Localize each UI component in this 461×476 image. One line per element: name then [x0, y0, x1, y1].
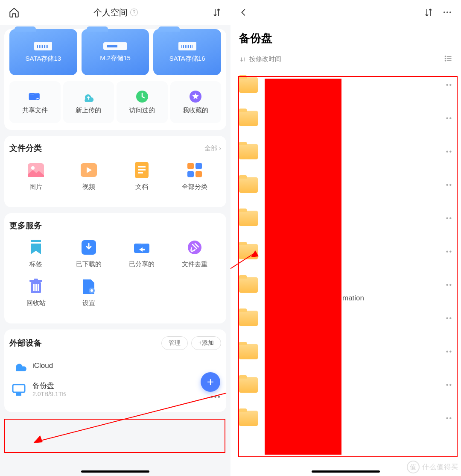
storage-card: SATA存储13 M.2存储15 SATA存储16 共享文件: [4, 29, 226, 130]
category-video[interactable]: 视频: [62, 162, 115, 191]
backup-label: 备份盘: [32, 381, 66, 391]
category-label: 全部分类: [182, 183, 207, 191]
storage-label: M.2存储15: [100, 54, 131, 62]
svg-point-32: [449, 12, 451, 13]
category-image[interactable]: 图片: [9, 162, 62, 191]
more-icon[interactable]: [442, 7, 452, 18]
grid-icon: [186, 162, 203, 179]
category-label: 图片: [29, 183, 42, 191]
row-more-icon[interactable]: ••: [446, 115, 452, 122]
sort-by-time[interactable]: 按修改时间: [239, 55, 281, 63]
svg-point-38: [445, 60, 446, 61]
title-text: 个人空间: [93, 7, 128, 18]
svg-point-30: [443, 12, 445, 13]
home-indicator: [312, 470, 380, 473]
clock-icon: [134, 90, 150, 103]
fab-add-button[interactable]: +: [201, 372, 220, 392]
quick-label: 新上传的: [76, 106, 101, 115]
image-icon: [27, 162, 44, 179]
storage-m2-15[interactable]: M.2存储15: [82, 29, 149, 75]
svg-rect-10: [187, 163, 194, 169]
quick-uploaded[interactable]: 新上传的: [63, 81, 114, 123]
folder-icon: [239, 411, 258, 426]
folder-icon: [239, 177, 258, 193]
sort-bar: 按修改时间: [230, 54, 461, 68]
row-more-icon[interactable]: ••: [446, 314, 452, 322]
home-indicator: [81, 470, 149, 473]
external-title: 外部设备: [9, 338, 42, 349]
svg-rect-8: [138, 169, 146, 170]
service-label: 已分享的: [129, 260, 155, 268]
backup-size: 2.0TB/9.1TB: [32, 391, 66, 397]
service-trash[interactable]: 回收站: [9, 278, 62, 307]
category-all[interactable]: 全部分类: [168, 162, 221, 191]
bookmark-icon: [27, 239, 44, 256]
item-more-icon[interactable]: •••: [210, 393, 221, 402]
row-more-icon[interactable]: ••: [446, 148, 452, 156]
svg-rect-7: [138, 166, 146, 167]
settings-file-icon: [80, 278, 97, 295]
broom-icon: [186, 239, 203, 256]
row-more-icon[interactable]: ••: [446, 248, 452, 256]
external-icloud[interactable]: iCloud: [9, 355, 221, 376]
home-icon[interactable]: [9, 7, 20, 18]
share-folder-icon: [133, 239, 150, 256]
row-more-icon[interactable]: ••: [446, 348, 452, 356]
service-label: 回收站: [26, 299, 46, 307]
category-doc[interactable]: 文档: [115, 162, 168, 191]
left-pane: 个人空间 ? SATA存储13 M.2存储15: [0, 0, 230, 476]
service-dedupe[interactable]: 文件去重: [168, 239, 221, 268]
external-devices-card: 外部设备 管理 +添加 iCloud 备份盘 2.0TB/9.1TB + •••: [4, 329, 226, 412]
quick-shared[interactable]: 共享文件: [9, 81, 61, 123]
cloud-icon: [11, 359, 26, 372]
row-more-icon[interactable]: ••: [446, 381, 452, 389]
service-settings[interactable]: 设置: [62, 278, 115, 307]
file-category-title: 文件分类: [9, 143, 42, 154]
svg-rect-23: [38, 284, 39, 291]
redaction-block: [265, 79, 341, 455]
svg-point-17: [188, 241, 201, 254]
folder-hand-icon: [27, 90, 43, 103]
storage-sata16[interactable]: SATA存储16: [153, 29, 221, 75]
folder-icon: [239, 277, 258, 293]
storage-label: SATA存储16: [169, 55, 205, 63]
folder-icon: [239, 144, 258, 159]
view-list-icon[interactable]: [444, 54, 452, 64]
right-title: 备份盘: [230, 25, 461, 54]
row-more-icon[interactable]: ••: [446, 281, 452, 289]
row-more-icon[interactable]: ••: [446, 214, 452, 222]
video-icon: [80, 162, 97, 179]
storage-sata13[interactable]: SATA存储13: [9, 29, 77, 75]
add-button[interactable]: +添加: [191, 336, 221, 350]
row-more-icon[interactable]: ••: [446, 81, 452, 89]
service-label: 标签: [29, 260, 42, 268]
folder-icon: [239, 211, 258, 226]
service-label: 已下载的: [76, 260, 102, 268]
manage-button[interactable]: 管理: [161, 336, 188, 350]
row-more-icon[interactable]: ••: [446, 181, 452, 189]
sort-icon[interactable]: [212, 7, 222, 18]
quick-label: 共享文件: [22, 106, 48, 115]
svg-rect-22: [35, 284, 37, 291]
folder-icon: [239, 344, 258, 359]
service-tag[interactable]: 标签: [9, 239, 62, 268]
folder-icon: [239, 377, 258, 393]
folder-icon: [239, 244, 258, 259]
svg-point-4: [31, 166, 35, 170]
external-backup[interactable]: 备份盘 2.0TB/9.1TB + •••: [9, 376, 221, 402]
help-icon[interactable]: ?: [130, 9, 138, 16]
folder-icon: [239, 111, 258, 126]
service-downloaded[interactable]: 已下载的: [62, 239, 115, 268]
back-icon[interactable]: [239, 8, 248, 17]
row-more-icon[interactable]: ••: [446, 414, 452, 422]
svg-point-31: [446, 12, 448, 13]
svg-rect-14: [31, 242, 41, 244]
sort-icon[interactable]: [423, 7, 434, 18]
service-shared[interactable]: 已分享的: [115, 239, 168, 268]
svg-point-36: [445, 56, 446, 57]
svg-rect-12: [187, 171, 194, 177]
quick-visited[interactable]: 访问过的: [117, 81, 168, 123]
file-category-all[interactable]: 全部 ›: [204, 144, 221, 153]
ssd-icon: [103, 42, 127, 50]
quick-favorite[interactable]: 我收藏的: [170, 81, 222, 123]
